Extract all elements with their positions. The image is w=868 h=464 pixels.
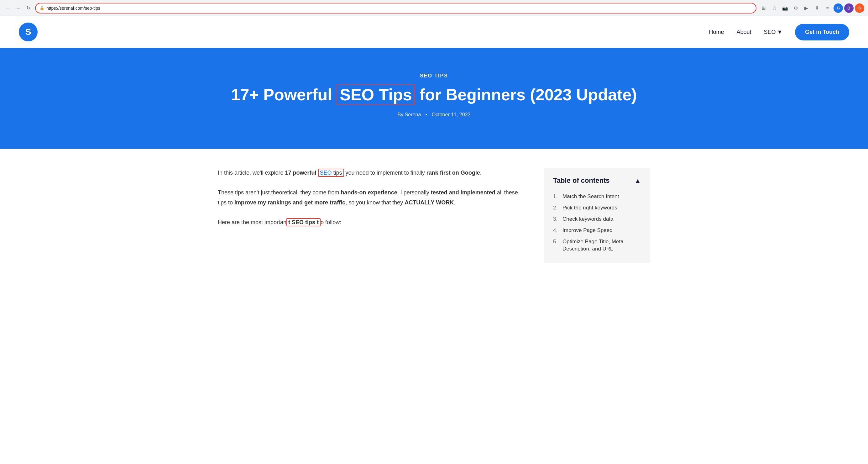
hero-meta: By Serena • October 11, 2023 [19, 112, 849, 118]
lock-icon: 🔒 [39, 6, 44, 10]
site-nav: Home About SEO ▼ Get in Touch [709, 24, 849, 40]
toc-link-2[interactable]: Pick the right keywords [562, 204, 617, 212]
title-before: 17+ Powerful [231, 86, 337, 104]
toc-link-5[interactable]: Optimize Page Title, Meta Description, a… [562, 238, 641, 253]
sidebar: Table of contents ▲ 1. Match the Search … [544, 168, 650, 263]
toc-toggle-button[interactable]: ▲ [634, 177, 641, 184]
profile-button[interactable]: G [834, 3, 843, 13]
toc-header: Table of contents ▲ [553, 176, 641, 185]
bookmark-button[interactable]: ☆ [770, 3, 779, 13]
main-content: In this article, we'll explore 17 powerf… [199, 149, 669, 282]
toc-item-4: 4. Improve Page Speed [553, 225, 641, 236]
toc-link-4[interactable]: Improve Page Speed [562, 227, 613, 234]
hero-category: SEO TIPS [19, 73, 849, 79]
menu-button[interactable]: ≡ [823, 3, 832, 13]
toc-item-5: 5. Optimize Page Title, Meta Description… [553, 236, 641, 255]
title-highlight: SEO Tips [337, 84, 415, 105]
hero-banner: SEO TIPS 17+ Powerful SEO Tips for Begin… [0, 48, 868, 149]
toc-item-3: 3. Check keywords data [553, 213, 641, 225]
url-input[interactable] [46, 6, 752, 11]
chevron-down-icon: ▼ [777, 29, 783, 35]
para-3: Here are the most important SEO tips to … [218, 217, 525, 227]
reload-button[interactable]: ↻ [24, 4, 33, 12]
extension-button-2[interactable]: S [855, 3, 864, 13]
toc-link-1[interactable]: Match the Search Intent [562, 193, 619, 200]
para-2: These tips aren't just theoretical; they… [218, 187, 525, 208]
seo-link[interactable]: SEO [320, 170, 332, 176]
nav-about[interactable]: About [736, 29, 751, 35]
toc-list: 1. Match the Search Intent 2. Pick the r… [553, 191, 641, 255]
nav-home[interactable]: Home [709, 29, 724, 35]
extension-button-1[interactable]: Q [844, 3, 854, 13]
address-bar: 🔒 [35, 3, 756, 13]
screenshot-button[interactable]: 📷 [780, 3, 790, 13]
forward-button[interactable]: → [14, 4, 23, 12]
back-button[interactable]: ← [4, 4, 12, 12]
toc-link-3[interactable]: Check keywords data [562, 215, 614, 223]
toc-title: Table of contents [553, 176, 610, 185]
toc-item-1: 1. Match the Search Intent [553, 191, 641, 202]
hero-title: 17+ Powerful SEO Tips for Beginners (202… [19, 85, 849, 105]
article-body: In this article, we'll explore 17 powerf… [218, 168, 525, 263]
hero-author: By Serena [398, 112, 421, 117]
sidebar-button[interactable]: ⊞ [759, 3, 768, 13]
toc-item-2: 2. Pick the right keywords [553, 202, 641, 213]
hero-date: October 11, 2023 [432, 112, 471, 117]
nav-seo[interactable]: SEO ▼ [764, 29, 782, 35]
settings-icon[interactable]: ⚙ [791, 3, 800, 13]
intro-paragraph: In this article, we'll explore 17 powerf… [218, 168, 525, 178]
toc-box: Table of contents ▲ 1. Match the Search … [544, 168, 650, 263]
title-after: for Beginners (2023 Update) [415, 86, 637, 104]
cast-button[interactable]: ▶ [802, 3, 811, 13]
hero-separator: • [426, 112, 427, 117]
seo-tips-highlight: t SEO tips t [286, 218, 320, 226]
cta-button[interactable]: Get in Touch [795, 24, 849, 40]
browser-chrome: ← → ↻ 🔒 ⊞ ☆ 📷 ⚙ ▶ ⬇ ≡ G Q S [0, 0, 868, 16]
download-button[interactable]: ⬇ [812, 3, 822, 13]
browser-actions: ⊞ ☆ 📷 ⚙ ▶ ⬇ ≡ G Q S [759, 3, 864, 13]
seo-link-highlight: SEO tips [318, 169, 344, 177]
nav-buttons: ← → ↻ [4, 4, 33, 12]
site-header: S Home About SEO ▼ Get in Touch [0, 16, 868, 48]
site-logo[interactable]: S [19, 23, 38, 41]
